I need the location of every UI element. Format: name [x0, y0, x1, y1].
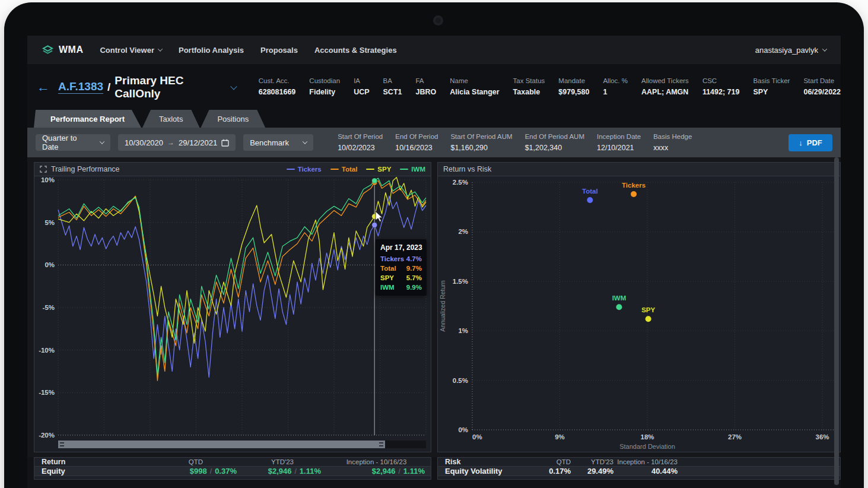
legend-item-iwm[interactable]: IWM: [400, 166, 425, 173]
field-label: Allowed Tickers: [641, 77, 689, 84]
wma-logo-icon: [42, 44, 54, 56]
expand-icon[interactable]: [40, 166, 47, 173]
legend-label: Total: [342, 166, 358, 173]
y-axis-tick-label: -5%: [43, 304, 55, 311]
y-axis-tick-label: 5%: [44, 219, 55, 226]
account-separator: /: [107, 81, 110, 94]
scatter-point-total[interactable]: [587, 197, 593, 203]
account-chevron-down-icon[interactable]: [230, 83, 237, 90]
tooltip-series-value: 9.9%: [406, 284, 422, 291]
account-field-cust-acc: Cust. Acc.628081669: [259, 77, 296, 97]
filter-field-end-of-period-aum: End Of Period AUM$1,202,340: [525, 133, 584, 153]
return-table: ReturnQTDYTD'23Inception - 10/16/23 Equi…: [34, 457, 431, 480]
legend-swatch: [366, 169, 374, 170]
trailing-performance-chart[interactable]: 10%5%0%-5%-10%-15%-20%: [34, 176, 431, 440]
arrow-right-icon: →: [167, 138, 174, 147]
field-value: $1,160,290: [450, 144, 488, 152]
tab-performance-report[interactable]: Performance Report: [34, 110, 141, 128]
date-range-picker[interactable]: 10/30/2020 → 29/12/2021: [118, 134, 236, 151]
field-value: $1,202,340: [525, 144, 562, 152]
value-pair: $2,946/1.11%: [240, 467, 325, 476]
tooltip-row-spy: SPY5.7%: [380, 274, 422, 281]
legend-item-spy[interactable]: SPY: [366, 166, 391, 173]
account-field-custodian: CustodianFidelity: [309, 77, 340, 97]
column-header-inception-10-16-23: Inception - 10/16/23: [613, 458, 678, 465]
scatter-point-tickers[interactable]: [631, 191, 637, 197]
field-value: $979,580: [558, 88, 589, 96]
return-vs-risk-chart[interactable]: 0%9%18%27%36%0%0.5%1%1.5%2%2.5%Standard …: [438, 176, 840, 452]
benchmark-select[interactable]: Benchmark: [243, 134, 313, 151]
tab-label: Positions: [217, 115, 249, 123]
field-value: 1: [603, 88, 607, 96]
filter-field-end-of-period: End Of Period10/16/2023: [395, 133, 438, 153]
field-value: JBRO: [415, 88, 436, 96]
value-pair: $2,946/1.11%: [325, 467, 428, 476]
user-name: anastasiya_pavlyk: [755, 46, 818, 55]
risk-table: RiskQTDYTD'23Inception - 10/16/23 Equity…: [437, 457, 841, 480]
filter-bar: Quarter to Date 10/30/2020 → 29/12/2021 …: [27, 128, 841, 157]
field-value: 10/16/2023: [395, 144, 433, 152]
chart-scrollbar-thumb[interactable]: [58, 441, 385, 448]
y-axis-tick-label: 1.5%: [453, 278, 468, 285]
nav-item-control-viewer[interactable]: Control Viewer: [100, 46, 162, 55]
field-value: SCT1: [383, 88, 402, 96]
pdf-download-button[interactable]: ↓ PDF: [788, 134, 832, 151]
crosshair-dot-tickers: [372, 222, 377, 227]
user-menu[interactable]: anastasiya_pavlyk: [755, 46, 826, 55]
trailing-performance-header: Trailing Performance TickersTotalSPYIWM: [34, 163, 431, 176]
field-value: Taxable: [513, 88, 540, 96]
legend-item-tickers[interactable]: Tickers: [287, 166, 322, 173]
tab-positions[interactable]: Positions: [201, 110, 265, 128]
y-axis-tick-label: 0.5%: [453, 377, 468, 384]
y-axis-tick-label: -20%: [39, 432, 55, 439]
risk-table-header: RiskQTDYTD'23Inception - 10/16/23: [438, 458, 840, 467]
field-label: Custodian: [309, 77, 340, 84]
return-vs-risk-panel: Return vs Risk 0%9%18%27%36%0%0.5%1%1.5%…: [437, 162, 841, 452]
tab-taxlots[interactable]: Taxlots: [142, 110, 199, 128]
risk-table-row: Equity Volatility0.17%29.49%40.44%: [438, 467, 840, 476]
page-scrollbar-thumb[interactable]: [834, 157, 839, 485]
period-select-value: Quarter to Date: [42, 134, 94, 151]
field-label: End Of Period AUM: [525, 133, 584, 140]
scatter-point-iwm[interactable]: [616, 304, 622, 310]
risk-value: 0.17%: [534, 467, 571, 476]
back-arrow-icon[interactable]: ←: [37, 81, 50, 94]
tab-label: Performance Report: [50, 115, 125, 123]
nav-item-label: Accounts & Strategies: [314, 46, 397, 55]
legend-item-total[interactable]: Total: [330, 166, 358, 173]
chart-scrollbar-track[interactable]: [58, 441, 426, 448]
x-axis-title: Standard Deviation: [619, 443, 675, 450]
y-axis-tick-label: 0%: [44, 261, 55, 268]
field-label: BA: [383, 77, 402, 84]
scatter-point-spy[interactable]: [646, 316, 651, 322]
chart-legend: TickersTotalSPYIWM: [287, 166, 425, 173]
slash-divider: /: [295, 467, 297, 476]
date-end: 29/12/2021: [179, 138, 217, 147]
nav-item-portfolio-analysis[interactable]: Portfolio Analysis: [179, 46, 244, 55]
account-field-alloc: Alloc. %1: [603, 77, 628, 97]
y-axis-tick-label: -15%: [39, 389, 55, 396]
scatter-point-label: SPY: [641, 306, 655, 313]
y-axis-tick-label: 2%: [458, 228, 468, 235]
brand[interactable]: WMA: [42, 44, 83, 56]
field-label: Name: [450, 77, 499, 84]
calendar-icon: [221, 139, 229, 147]
row-label: Equity: [42, 467, 151, 476]
field-label: Mandate: [558, 77, 589, 84]
slash-divider: /: [399, 467, 400, 476]
field-label: Start Of Period AUM: [450, 133, 512, 140]
field-label: Tax Status: [513, 77, 545, 84]
period-select[interactable]: Quarter to Date: [36, 134, 110, 151]
scrollbar-grip-icon: [60, 442, 64, 446]
tooltip-row-tickers: Tickers4.7%: [380, 255, 422, 262]
scatter-point-label: Tickers: [622, 182, 646, 189]
nav-item-proposals[interactable]: Proposals: [260, 46, 298, 55]
tooltip-rows: Tickers4.7%Total9.7%SPY5.7%IWM9.9%: [380, 255, 422, 291]
x-axis-tick-label: 0%: [472, 433, 482, 441]
nav-item-accounts-strategies[interactable]: Accounts & Strategies: [314, 46, 397, 55]
chevron-down-icon: [303, 139, 307, 144]
x-axis-tick-label: 18%: [641, 433, 654, 441]
column-header-ytd-23: YTD'23: [240, 458, 325, 465]
x-axis-tick-label: 27%: [728, 433, 742, 441]
account-id-link[interactable]: A.F.1383: [58, 80, 103, 94]
